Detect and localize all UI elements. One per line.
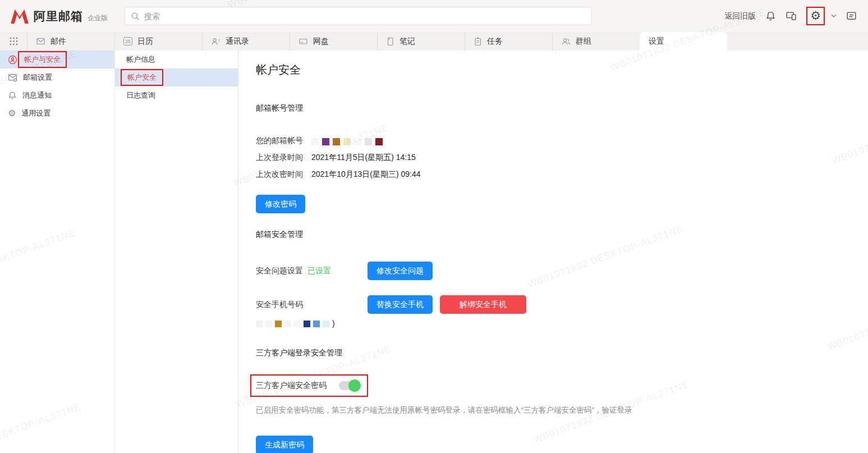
replace-security-phone-button[interactable]: 替换安全手机 xyxy=(368,295,433,314)
tab-label: 笔记 xyxy=(399,36,415,47)
tab-label: 任务 xyxy=(487,36,503,47)
settings-annotation-box: ⚙ xyxy=(806,7,825,25)
settings-sidebar: 帐户与安全 邮箱设置 消息通知 ⚙ 通用设置 xyxy=(0,51,115,453)
sidebar-item-label: 帐户与安全 xyxy=(18,51,67,68)
app-logo: 阿里邮箱 企业版 xyxy=(10,8,108,24)
module-tab-bar: 邮件 25 日历 通讯录 网盘 笔记 xyxy=(0,32,868,51)
tab-label: 设置 xyxy=(649,36,664,47)
tab-label: 群组 xyxy=(576,36,591,47)
app-title: 阿里邮箱 xyxy=(34,8,83,24)
modify-security-question-button[interactable]: 修改安全问题 xyxy=(368,262,433,280)
calendar-icon: 25 xyxy=(123,37,132,45)
gear-icon: ⚙ xyxy=(8,109,16,118)
note-icon xyxy=(386,37,394,46)
tab-label: 日历 xyxy=(137,36,153,47)
sidebar-item-notifications[interactable]: 消息通知 xyxy=(0,86,114,104)
apps-grid-icon[interactable] xyxy=(0,32,27,51)
search-icon xyxy=(131,12,140,21)
task-icon xyxy=(474,37,482,46)
sidebar-item-label: 消息通知 xyxy=(22,90,52,100)
tab-label: 网盘 xyxy=(313,36,329,47)
section-heading-security: 邮箱安全管理 xyxy=(256,230,868,240)
secondary-item-account-info[interactable]: 帐户信息 xyxy=(115,51,238,68)
redacted-phone-blocks xyxy=(256,319,332,328)
settings-gear-icon[interactable]: ⚙ xyxy=(810,10,821,22)
main-panel: 帐户安全 邮箱帐号管理 您的邮箱帐号 上次登录时间 2021年11月5日(星期五… xyxy=(238,51,868,453)
mail-icon xyxy=(36,37,45,45)
multi-device-icon[interactable] xyxy=(786,11,797,21)
change-password-button[interactable]: 修改密码 xyxy=(256,195,305,213)
security-phone-row: 安全手机号码 替换安全手机 解绑安全手机 xyxy=(256,295,868,314)
secondary-item-label: 日志查询 xyxy=(126,90,155,100)
tab-label: 邮件 xyxy=(50,36,66,47)
tab-label: 通讯录 xyxy=(226,36,249,47)
sidebar-item-mail-settings[interactable]: 邮箱设置 xyxy=(0,68,114,86)
security-question-row: 安全问题设置 已设置 修改安全问题 xyxy=(256,262,868,280)
last-password-change-value: 2021年10月13日(星期三) 09:44 xyxy=(311,170,421,180)
security-question-label: 安全问题设置 xyxy=(256,266,307,276)
tabbar-filler xyxy=(727,32,868,51)
last-password-change-label: 上次改密时间 xyxy=(256,170,311,180)
secondary-item-log-query[interactable]: 日志查询 xyxy=(115,86,238,104)
sidebar-item-label: 邮箱设置 xyxy=(23,72,52,83)
email-label: 您的邮箱帐号 xyxy=(256,136,311,146)
tab-settings[interactable]: 设置 xyxy=(640,32,727,51)
secondary-item-label: 帐户安全 xyxy=(121,69,163,86)
feedback-icon[interactable] xyxy=(846,11,857,21)
search-input[interactable] xyxy=(144,12,586,21)
tab-calendar[interactable]: 25 日历 xyxy=(114,32,202,51)
back-to-old-version-link[interactable]: 返回旧版 xyxy=(724,11,756,21)
last-login-value: 2021年11月5日(星期五) 14:15 xyxy=(311,153,416,163)
notification-bell-icon[interactable] xyxy=(765,11,776,21)
sidebar-item-general-settings[interactable]: ⚙ 通用设置 xyxy=(0,104,114,122)
secondary-item-label: 帐户信息 xyxy=(126,54,155,65)
drive-icon xyxy=(298,37,308,45)
tab-notes[interactable]: 笔记 xyxy=(377,32,465,51)
client-password-description: 已启用安全密码功能，第三方客户端无法使用原帐号密码登录，请在密码框输入“三方客户… xyxy=(256,405,868,415)
tab-drive[interactable]: 网盘 xyxy=(290,32,377,51)
client-password-annotation-box: 三方客户端安全密码 xyxy=(250,374,368,397)
last-password-change-row: 上次改密时间 2021年10月13日(星期三) 09:44 xyxy=(256,170,868,180)
email-account-row: 您的邮箱帐号 xyxy=(256,136,868,146)
toggle-knob xyxy=(348,379,361,392)
page-title: 帐户安全 xyxy=(256,62,868,77)
search-box[interactable] xyxy=(125,7,592,25)
edition-badge: 企业版 xyxy=(88,13,108,23)
group-icon xyxy=(561,37,571,46)
alimail-logo-icon xyxy=(10,8,29,24)
redacted-email-value xyxy=(311,136,386,145)
top-bar: 阿里邮箱 企业版 返回旧版 ⚙ xyxy=(0,0,868,32)
secondary-item-account-security[interactable]: 帐户安全 xyxy=(115,68,238,86)
generate-new-password-button[interactable]: 生成新密码 xyxy=(256,436,313,453)
security-question-status: 已设置 xyxy=(307,266,368,276)
client-password-label: 三方客户端安全密码 xyxy=(256,381,327,391)
section-heading-account: 邮箱帐号管理 xyxy=(256,103,868,113)
tab-tasks[interactable]: 任务 xyxy=(465,32,552,51)
last-login-row: 上次登录时间 2021年11月5日(星期五) 14:15 xyxy=(256,153,868,163)
contacts-icon xyxy=(211,37,221,46)
tab-mail[interactable]: 邮件 xyxy=(27,32,114,51)
bell-icon xyxy=(8,91,17,100)
sidebar-item-account-security[interactable]: 帐户与安全 xyxy=(0,51,114,68)
redacted-phone-row: ) xyxy=(256,319,868,328)
chevron-down-icon[interactable] xyxy=(831,14,837,18)
phone-suffix: ) xyxy=(332,319,335,328)
last-login-label: 上次登录时间 xyxy=(256,153,311,163)
mail-gear-icon xyxy=(8,73,17,82)
person-circle-icon xyxy=(8,55,17,65)
section-heading-client: 三方客户端登录安全管理 xyxy=(256,348,868,358)
sidebar-item-label: 通用设置 xyxy=(21,108,50,118)
tab-groups[interactable]: 群组 xyxy=(552,32,640,51)
tab-contacts[interactable]: 通讯录 xyxy=(202,32,290,51)
unbind-security-phone-button[interactable]: 解绑安全手机 xyxy=(440,295,526,314)
client-password-toggle[interactable] xyxy=(339,381,360,390)
security-phone-label: 安全手机号码 xyxy=(256,300,368,310)
secondary-nav: 帐户信息 帐户安全 日志查询 xyxy=(115,51,238,453)
